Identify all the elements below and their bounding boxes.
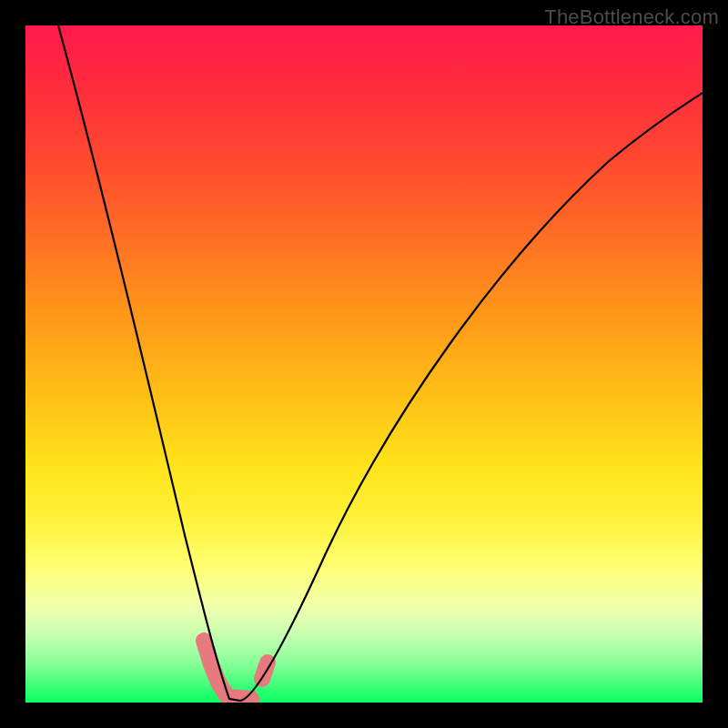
plot-area (25, 25, 703, 703)
chart-frame: TheBottleneck.com (0, 0, 728, 728)
attribution-text: TheBottleneck.com (544, 5, 719, 29)
bottleneck-curve (58, 25, 703, 701)
bottleneck-curve-svg (25, 25, 703, 703)
